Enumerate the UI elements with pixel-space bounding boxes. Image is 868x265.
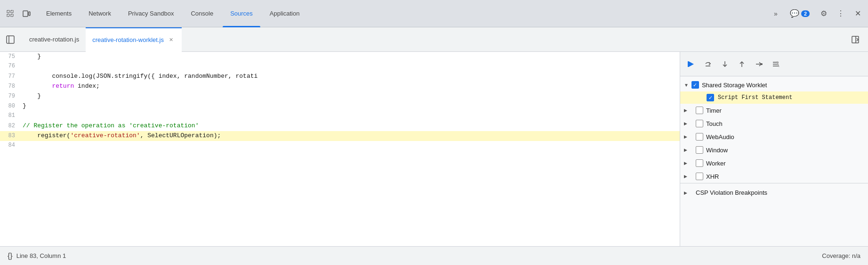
- svg-rect-1: [11, 10, 13, 13]
- chat-badge-button[interactable]: 💬 2: [786, 7, 813, 20]
- checkbox-window[interactable]: [696, 146, 703, 154]
- line-number-75: 75: [0, 52, 23, 61]
- toggle-sidebar-icon[interactable]: [848, 33, 862, 47]
- code-line-79: 79 }: [0, 91, 680, 101]
- bp-section-xhr[interactable]: ▶ XHR: [680, 170, 868, 183]
- section-arrow-shared-storage: ▼: [684, 83, 689, 88]
- svg-rect-8: [852, 36, 859, 43]
- svg-rect-2: [7, 14, 9, 17]
- cursor-icon[interactable]: [4, 7, 17, 20]
- svg-rect-0: [7, 10, 9, 13]
- coverage-label: Coverage: n/a: [822, 252, 860, 259]
- code-line-75: 75 }: [0, 52, 680, 62]
- line-number-77: 77: [0, 72, 23, 81]
- section-arrow-xhr: ▶: [684, 174, 687, 179]
- bp-section-touch[interactable]: ▶ Touch: [680, 117, 868, 130]
- line-number-82: 82: [0, 122, 23, 131]
- step-over-icon[interactable]: [701, 57, 715, 71]
- more-menu-icon[interactable]: ⋮: [834, 7, 847, 20]
- code-line-83: 83 register('creative-rotation', SelectU…: [0, 131, 680, 141]
- code-line-84: 84: [0, 141, 680, 151]
- svg-rect-6: [7, 36, 14, 43]
- tab-sources[interactable]: Sources: [223, 0, 260, 27]
- section-arrow-window: ▶: [684, 148, 687, 152]
- code-panel[interactable]: 75 } 76 77 console.log(JSON.stringify({ …: [0, 52, 680, 246]
- svg-rect-3: [11, 14, 13, 17]
- bp-section-worker[interactable]: ▶ Worker: [680, 157, 868, 170]
- svg-rect-4: [23, 11, 28, 17]
- bp-section-csp-header[interactable]: ▶ CSP Violation Breakpoints: [680, 186, 868, 199]
- bp-label-window: Window: [706, 147, 728, 154]
- code-line-81: 81: [0, 111, 680, 121]
- tab-network[interactable]: Network: [81, 0, 119, 27]
- sidebar-toggle-button[interactable]: [2, 31, 19, 48]
- line-number-79: 79: [0, 92, 23, 101]
- close-icon[interactable]: ✕: [851, 7, 864, 20]
- step-icon[interactable]: [752, 57, 766, 71]
- line-number-80: 80: [0, 102, 23, 111]
- section-arrow-touch: ▶: [684, 121, 687, 126]
- checkbox-script-first[interactable]: [707, 94, 714, 101]
- devtools-icons: [4, 7, 33, 20]
- section-arrow-webaudio: ▶: [684, 134, 687, 139]
- bp-item-script-first-statement[interactable]: Script First Statement: [680, 91, 868, 104]
- section-arrow-csp: ▶: [684, 190, 687, 195]
- line-number-78: 78: [0, 82, 23, 91]
- checkbox-timer[interactable]: [696, 107, 703, 114]
- code-line-82: 82 // Register the operation as 'creativ…: [0, 121, 680, 131]
- line-number-83: 83: [0, 132, 23, 141]
- section-arrow-worker: ▶: [684, 161, 687, 166]
- svg-point-16: [761, 63, 763, 65]
- device-icon[interactable]: [20, 7, 33, 20]
- cursor-position: Line 83, Column 1: [16, 252, 66, 259]
- breakpoints-panel[interactable]: ▼ Shared Storage Worklet Script First St…: [680, 76, 868, 246]
- code-line-80: 80 }: [0, 101, 680, 111]
- line-number-84: 84: [0, 141, 23, 150]
- tab-application[interactable]: Application: [262, 0, 307, 27]
- badge-count: 2: [801, 10, 810, 17]
- code-line-77: 77 console.log(JSON.stringify({ index, r…: [0, 72, 680, 82]
- checkbox-shared-storage[interactable]: [691, 81, 699, 89]
- resume-icon[interactable]: [684, 57, 698, 71]
- bp-section-shared-storage[interactable]: ▼ Shared Storage Worklet: [680, 78, 868, 91]
- line-content-77: console.log(JSON.stringify({ index, rand…: [23, 72, 680, 82]
- bp-section-window[interactable]: ▶ Window: [680, 143, 868, 157]
- bp-label-touch: Touch: [706, 120, 723, 127]
- step-out-icon[interactable]: [735, 57, 749, 71]
- more-tabs-button[interactable]: »: [769, 7, 782, 20]
- code-line-76: 76: [0, 62, 680, 72]
- file-tabs-bar: creative-rotation.js creative-rotation-w…: [0, 27, 868, 52]
- file-tab-creative-rotation[interactable]: creative-rotation.js: [23, 27, 86, 52]
- code-lines: 75 } 76 77 console.log(JSON.stringify({ …: [0, 52, 680, 151]
- tab-privacy-sandbox[interactable]: Privacy Sandbox: [121, 0, 182, 27]
- file-tab-close-button[interactable]: ✕: [168, 36, 175, 44]
- line-content-79: }: [23, 91, 680, 101]
- line-content-78: return index;: [23, 82, 680, 91]
- checkbox-touch[interactable]: [696, 120, 703, 127]
- line-content-80: }: [23, 101, 680, 111]
- step-into-icon[interactable]: [718, 57, 732, 71]
- settings-icon[interactable]: ⚙: [817, 7, 830, 20]
- checkbox-xhr[interactable]: [696, 173, 703, 180]
- section-arrow-timer: ▶: [684, 108, 687, 113]
- deactivate-breakpoints-icon[interactable]: [769, 57, 783, 71]
- checkbox-worker[interactable]: [696, 159, 703, 167]
- bp-label-worker: Worker: [706, 160, 726, 167]
- bp-section-webaudio[interactable]: ▶ WebAudio: [680, 130, 868, 143]
- line-content-82: // Register the operation as 'creative-r…: [23, 121, 680, 131]
- bp-label-timer: Timer: [706, 107, 722, 114]
- bp-label-script-first: Script First Statement: [718, 94, 792, 101]
- bp-label-xhr: XHR: [706, 173, 719, 180]
- svg-marker-10: [689, 61, 694, 67]
- bp-section-timer[interactable]: ▶ Timer: [680, 104, 868, 117]
- file-tabs-right: [848, 33, 866, 47]
- bp-section-csp: ▶ CSP Violation Breakpoints: [680, 183, 868, 202]
- line-number-76: 76: [0, 62, 23, 71]
- checkbox-webaudio[interactable]: [696, 133, 703, 141]
- file-tab-worklet[interactable]: creative-rotation-worklet.js ✕: [86, 27, 182, 52]
- right-toolbar: [680, 52, 868, 76]
- line-number-81: 81: [0, 111, 23, 120]
- bp-label-csp: CSP Violation Breakpoints: [696, 189, 767, 196]
- tab-elements[interactable]: Elements: [39, 0, 79, 27]
- tab-console[interactable]: Console: [183, 0, 221, 27]
